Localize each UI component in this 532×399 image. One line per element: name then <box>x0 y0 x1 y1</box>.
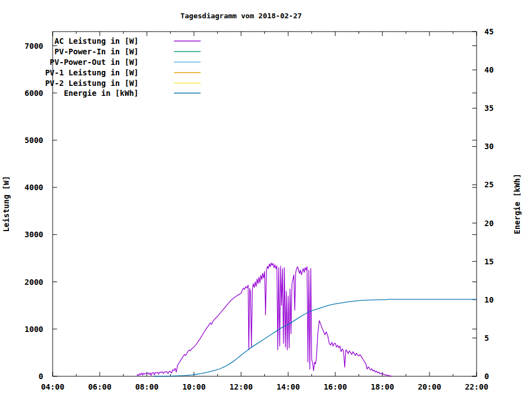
y-right-tick-label: 35 <box>484 104 494 112</box>
legend-label: PV-Power-Out in [W] <box>50 58 139 66</box>
series-line-energie-in-kwh <box>154 299 477 376</box>
series-line-ac-leistung-in-w <box>137 263 392 377</box>
y-right-tick-label: 0 <box>484 372 489 381</box>
x-tick-label: 20:00 <box>418 382 441 391</box>
y-left-tick-label: 7000 <box>24 42 43 50</box>
tagesdiagramm-plot: Tagesdiagramm vom 2018-02-27 Leistung [W… <box>0 0 532 399</box>
y-left-axis-title: Leistung [W] <box>2 176 11 232</box>
y-right-tick-label: 10 <box>484 295 494 304</box>
y-right-tick-label: 15 <box>484 257 494 266</box>
plot-area: 04:0006:0008:0010:0012:0014:0016:0018:00… <box>24 27 494 391</box>
y-right-tick-label: 5 <box>484 334 489 342</box>
y-left-tick-label: 6000 <box>24 89 43 98</box>
x-tick-label: 06:00 <box>88 382 111 391</box>
legend-label: AC Leistung in [W] <box>54 37 139 45</box>
y-right-tick-label: 25 <box>484 180 494 189</box>
legend-label: PV-1 Leistung in [W] <box>45 68 139 77</box>
y-left-tick-label: 5000 <box>24 136 43 145</box>
y-right-tick-label: 45 <box>484 27 494 36</box>
legend-label: Energie in [kWh] <box>64 89 139 98</box>
y-left-tick-label: 1000 <box>24 325 43 334</box>
x-tick-label: 12:00 <box>229 382 253 391</box>
legend-label: PV-2 Leistung in [W] <box>45 79 139 88</box>
y-left-tick-label: 0 <box>39 372 43 381</box>
x-tick-label: 08:00 <box>135 382 158 391</box>
y-left-tick-label: 3000 <box>24 230 43 239</box>
y-right-tick-label: 30 <box>484 142 494 151</box>
x-tick-label: 16:00 <box>324 382 347 391</box>
x-tick-label: 18:00 <box>371 382 394 391</box>
x-tick-label: 22:00 <box>465 382 488 391</box>
x-tick-label: 14:00 <box>277 382 300 391</box>
y-left-tick-label: 2000 <box>24 278 43 287</box>
y-right-tick-label: 20 <box>484 219 494 228</box>
y-right-axis-title: Energie [kWh] <box>513 173 521 234</box>
chart-title: Tagesdiagramm vom 2018-02-27 <box>180 12 301 20</box>
chart-canvas: Tagesdiagramm vom 2018-02-27 Leistung [W… <box>0 0 532 399</box>
legend-label: PV-Power-In in [W] <box>54 47 139 56</box>
x-tick-label: 04:00 <box>41 382 64 391</box>
y-left-tick-label: 4000 <box>24 183 43 192</box>
y-right-tick-label: 40 <box>484 65 494 74</box>
x-tick-label: 10:00 <box>182 382 206 391</box>
